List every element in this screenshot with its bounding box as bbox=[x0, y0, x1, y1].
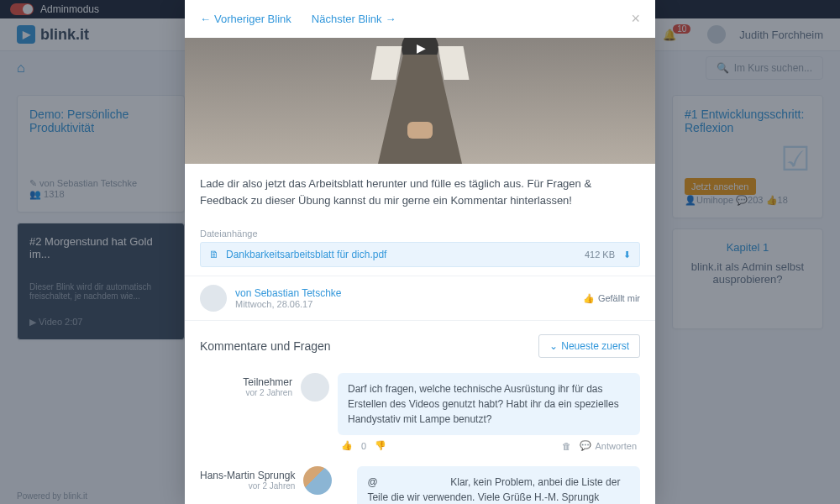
arrow-left-icon: ← bbox=[200, 13, 211, 25]
thumbs-up-icon: 👍 bbox=[583, 293, 595, 304]
thumbs-down-icon[interactable]: 👎 bbox=[375, 440, 386, 451]
comment-item: Teilnehmer vor 2 Jahren Darf ich fragen,… bbox=[185, 366, 655, 459]
author-name: von Sebastian Tetschke bbox=[235, 287, 342, 299]
prev-blink-link[interactable]: ← Vorheriger Blink bbox=[200, 13, 291, 25]
video-player[interactable] bbox=[185, 38, 655, 164]
comment-icon: 💬 bbox=[580, 440, 591, 451]
close-icon[interactable]: × bbox=[631, 10, 640, 28]
blink-description: Lade dir also jetzt das Arbeitsblatt her… bbox=[185, 164, 655, 220]
comment-text: Darf ich fragen, welche technische Ausrü… bbox=[338, 373, 640, 435]
reply-button[interactable]: 💬 Antworten bbox=[580, 440, 637, 451]
comment-avatar bbox=[303, 466, 332, 495]
sort-button[interactable]: ⌄ Neueste zuerst bbox=[538, 334, 640, 358]
comment-item: Hans-Martin Sprungk vor 2 Jahren @ Klar,… bbox=[185, 459, 655, 504]
delete-icon[interactable]: 🗑 bbox=[562, 441, 571, 451]
like-button[interactable]: 👍 Gefällt mir bbox=[583, 293, 640, 304]
modal-overlay: ← Vorheriger Blink Nächster Blink → × La… bbox=[0, 0, 840, 504]
thumbs-up-icon[interactable]: 👍 bbox=[341, 440, 353, 451]
file-icon: 🗎 bbox=[209, 249, 219, 260]
attachments-label: Dateianhänge bbox=[200, 228, 640, 239]
modal: ← Vorheriger Blink Nächster Blink → × La… bbox=[185, 0, 655, 504]
chevron-down-icon: ⌄ bbox=[549, 340, 558, 352]
download-icon[interactable]: ⬇ bbox=[623, 249, 631, 260]
arrow-right-icon: → bbox=[386, 13, 396, 25]
attachment-row[interactable]: 🗎 Dankbarkeitsarbeitsblatt für dich.pdf … bbox=[200, 242, 640, 267]
comment-avatar bbox=[301, 373, 329, 402]
author-date: Mittwoch, 28.06.17 bbox=[235, 299, 342, 309]
comment-text: @ Klar, kein Problem, anbei die Liste de… bbox=[357, 466, 640, 504]
comments-title: Kommentare und Fragen bbox=[200, 339, 331, 353]
author-avatar bbox=[200, 285, 227, 312]
next-blink-link[interactable]: Nächster Blink → bbox=[312, 13, 396, 25]
